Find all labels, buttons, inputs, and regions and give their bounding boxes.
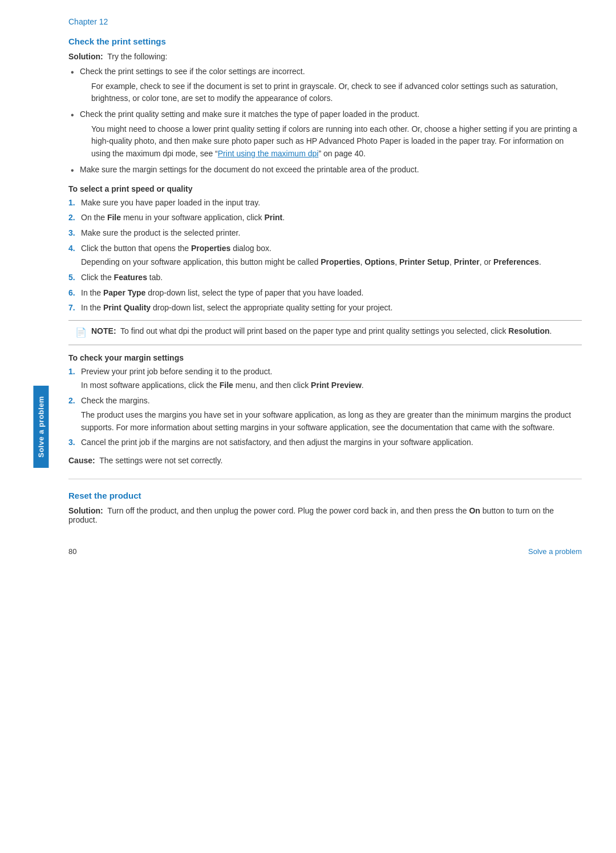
step-num: 2. <box>68 395 75 407</box>
footer: 80 Solve a problem <box>68 541 582 556</box>
note-box: 📄 NOTE: To find out what dpi the product… <box>68 320 582 345</box>
solution-text: Try the following: <box>107 52 167 61</box>
bullet-main-1: Check the print settings to see if the c… <box>80 67 305 76</box>
step-num: 4. <box>68 242 75 255</box>
step-num: 1. <box>68 197 75 209</box>
list-item: 1. Preview your print job before sending… <box>68 366 582 392</box>
list-item: 4. Click the button that opens the Prope… <box>68 242 582 269</box>
note-content: NOTE: To find out what dpi the product w… <box>91 325 552 338</box>
step-sub: Depending on your software application, … <box>81 256 582 269</box>
step-sub: In most software applications, click the… <box>81 379 582 392</box>
footer-link: Solve a problem <box>528 547 582 556</box>
steps-list-1: 1. Make sure you have paper loaded in th… <box>68 197 582 315</box>
note-icon: 📄 <box>75 326 87 340</box>
side-tab: Solve a problem <box>33 386 48 468</box>
step-sub: The product uses the margins you have se… <box>81 409 582 434</box>
step-num: 1. <box>68 366 75 378</box>
list-item: 7. In the Print Quality drop-down list, … <box>68 302 582 314</box>
subsection1-title: To select a print speed or quality <box>68 184 582 193</box>
step-num: 2. <box>68 212 75 224</box>
chapter-label: Chapter 12 <box>68 17 582 26</box>
solution-label: Solution: <box>68 52 103 61</box>
section2-title: Reset the product <box>68 491 582 500</box>
cause-label: Cause: <box>68 456 95 465</box>
step-num: 7. <box>68 302 75 314</box>
section2-solution: Solution: Turn off the product, and then… <box>68 506 582 524</box>
bullet-sub-1: For example, check to see if the documen… <box>80 80 582 105</box>
cause-line: Cause: The settings were not set correct… <box>68 455 582 467</box>
list-item: Check the print quality setting and make… <box>68 108 582 160</box>
bullet-main-2: Check the print quality setting and make… <box>80 110 419 119</box>
solution-line: Solution: Try the following: <box>68 52 582 61</box>
note-label: NOTE: <box>91 326 116 335</box>
step-num: 5. <box>68 272 75 284</box>
list-item: 2. On the File menu in your software app… <box>68 212 582 224</box>
print-using-link[interactable]: Print using the maximum dpi <box>218 149 319 158</box>
subsection2-title: To check your margin settings <box>68 353 582 362</box>
cause-text: The settings were not set correctly. <box>99 456 222 465</box>
bullet-list-main: Check the print settings to see if the c… <box>68 66 582 176</box>
list-item: 3. Make sure the product is the selected… <box>68 227 582 240</box>
list-item: 6. In the Paper Type drop-down list, sel… <box>68 287 582 300</box>
section1-title: Check the print settings <box>68 37 582 46</box>
step-num: 3. <box>68 436 75 449</box>
step-num: 6. <box>68 287 75 300</box>
list-item: 2. Check the margins. The product uses t… <box>68 395 582 434</box>
steps-list-2: 1. Preview your print job before sending… <box>68 366 582 449</box>
bullet-main-3: Make sure the margin settings for the do… <box>80 165 419 174</box>
list-item: 1. Make sure you have paper loaded in th… <box>68 197 582 209</box>
section-divider <box>68 479 582 479</box>
list-item: 5. Click the Features tab. <box>68 272 582 284</box>
bullet-sub-2: You might need to choose a lower print q… <box>80 123 582 160</box>
list-item: Make sure the margin settings for the do… <box>68 164 582 176</box>
list-item: Check the print settings to see if the c… <box>68 66 582 105</box>
footer-page-num: 80 <box>68 547 76 556</box>
step-num: 3. <box>68 227 75 240</box>
list-item: 3. Cancel the print job if the margins a… <box>68 436 582 449</box>
section2-solution-label: Solution: <box>68 506 103 515</box>
